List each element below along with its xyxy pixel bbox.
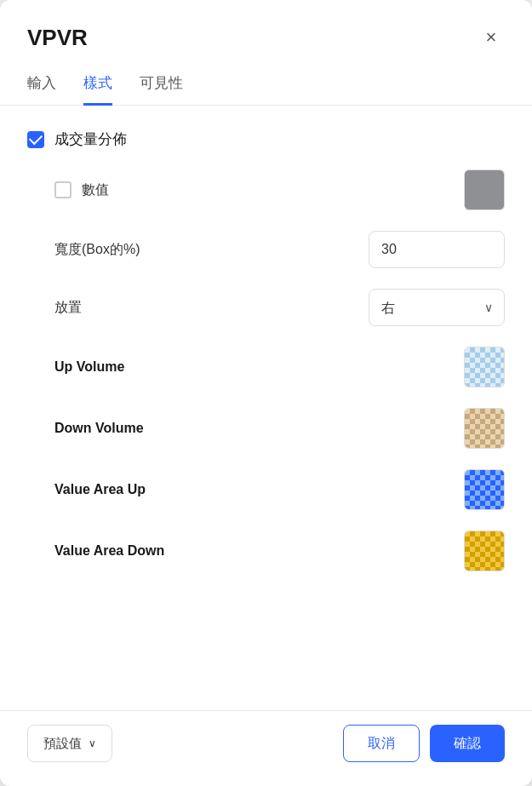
tab-bar: 輸入 樣式 可見性 <box>0 65 532 106</box>
tab-input[interactable]: 輸入 <box>27 65 56 106</box>
value-left: 數值 <box>54 181 109 199</box>
section-checkbox[interactable] <box>27 131 44 148</box>
value-area-down-row: Value Area Down <box>27 531 505 571</box>
dialog-header: VPVR × <box>0 0 532 65</box>
value-label: 數值 <box>82 181 109 199</box>
value-area-down-label: Value Area Down <box>54 543 164 559</box>
tab-visibility[interactable]: 可見性 <box>140 65 183 106</box>
vpvr-dialog: VPVR × 輸入 樣式 可見性 成交量分佈 數值 寬度(Box的%) <box>0 0 532 786</box>
value-checkbox[interactable] <box>54 181 72 198</box>
placement-label: 放置 <box>54 299 82 317</box>
dialog-title: VPVR <box>27 25 88 51</box>
up-volume-label: Up Volume <box>54 359 124 375</box>
up-volume-row: Up Volume <box>27 347 505 387</box>
down-volume-label: Down Volume <box>54 421 144 436</box>
width-label: 寬度(Box的%) <box>54 241 140 259</box>
close-button[interactable]: × <box>478 24 505 51</box>
value-area-up-swatch[interactable] <box>464 469 505 510</box>
section-label: 成交量分佈 <box>54 129 127 149</box>
value-area-down-swatch[interactable] <box>464 531 505 571</box>
width-row: 寬度(Box的%) <box>27 231 505 268</box>
down-volume-row: Down Volume <box>27 408 505 449</box>
preset-button[interactable]: 預設值 ∨ <box>27 725 112 762</box>
preset-label: 預設值 <box>43 736 82 752</box>
footer: 預設值 ∨ 取消 確認 <box>0 710 532 786</box>
up-volume-swatch[interactable] <box>464 347 505 387</box>
value-area-up-row: Value Area Up <box>27 469 505 510</box>
placement-select-wrapper: 右 左 中 ∨ <box>369 289 505 326</box>
cancel-button[interactable]: 取消 <box>343 725 420 762</box>
preset-chevron-icon: ∨ <box>89 737 96 749</box>
placement-row: 放置 右 左 中 ∨ <box>27 289 505 326</box>
section-header: 成交量分佈 <box>27 129 505 149</box>
down-volume-swatch[interactable] <box>464 408 505 449</box>
value-area-up-label: Value Area Up <box>54 482 146 497</box>
value-row: 數值 <box>27 169 505 210</box>
footer-actions: 取消 確認 <box>343 725 505 762</box>
value-color-swatch[interactable] <box>464 169 505 210</box>
confirm-button[interactable]: 確認 <box>430 725 505 762</box>
placement-select[interactable]: 右 左 中 <box>369 289 505 326</box>
width-input[interactable] <box>369 231 505 268</box>
tab-style[interactable]: 樣式 <box>83 65 112 106</box>
content-area: 成交量分佈 數值 寬度(Box的%) 放置 右 左 中 ∨ <box>0 106 532 710</box>
